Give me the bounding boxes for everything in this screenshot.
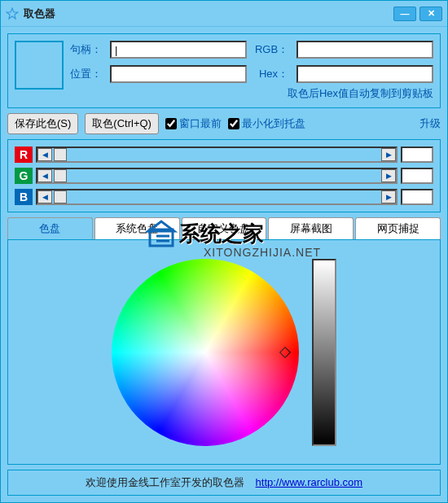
g-slider[interactable]: ◀ ▶	[36, 168, 397, 184]
app-icon	[6, 7, 19, 20]
handle-input[interactable]	[110, 41, 247, 59]
g-slider-left[interactable]: ◀	[37, 169, 52, 182]
pos-label: 位置：	[70, 67, 102, 81]
hint-text: 取色后Hex值自动复制到剪贴板	[70, 86, 433, 101]
r-slider-row: R ◀ ▶	[15, 147, 433, 163]
b-slider-left[interactable]: ◀	[37, 190, 52, 203]
tray-checkbox-input[interactable]	[228, 118, 239, 129]
g-value-input[interactable]	[401, 168, 433, 184]
b-slider-right[interactable]: ▶	[381, 190, 396, 203]
r-value-input[interactable]	[401, 147, 433, 163]
handle-label: 句柄：	[70, 42, 102, 57]
tray-checkbox[interactable]: 最小化到托盘	[228, 116, 305, 131]
r-slider-right[interactable]: ▶	[381, 148, 396, 161]
g-slider-row: G ◀ ▶	[15, 168, 433, 184]
titlebar[interactable]: 取色器 — ✕	[1, 1, 447, 27]
r-slider-thumb[interactable]	[54, 148, 67, 161]
rgb-input[interactable]	[296, 41, 433, 59]
pick-color-button[interactable]: 取色(Ctrl+Q)	[85, 113, 159, 134]
rgb-label: RGB：	[255, 42, 288, 57]
color-wheel[interactable]	[112, 259, 299, 446]
tab-wheel[interactable]: 色盘	[7, 217, 93, 239]
g-slider-right[interactable]: ▶	[381, 169, 396, 182]
close-button[interactable]: ✕	[419, 7, 442, 21]
footer-text: 欢迎使用金线工作室开发的取色器	[86, 476, 244, 488]
pos-input[interactable]	[110, 65, 247, 83]
wheel-panel	[7, 239, 441, 465]
g-tag: G	[15, 168, 33, 184]
b-tag: B	[15, 189, 33, 205]
color-swatch	[15, 41, 64, 90]
footer-link[interactable]: http://www.rarclub.com	[256, 476, 363, 488]
g-slider-thumb[interactable]	[54, 169, 67, 182]
tab-screenshot[interactable]: 屏幕截图	[268, 217, 354, 239]
r-slider-left[interactable]: ◀	[37, 148, 52, 161]
save-color-button[interactable]: 保存此色(S)	[7, 113, 78, 134]
wheel-picker-indicator[interactable]	[279, 347, 291, 358]
lightness-bar[interactable]	[312, 259, 336, 446]
minimize-button[interactable]: —	[393, 7, 416, 21]
b-slider[interactable]: ◀ ▶	[36, 189, 397, 205]
topmost-checkbox-input[interactable]	[165, 118, 177, 129]
svg-marker-0	[7, 8, 18, 19]
app-window: 取色器 — ✕ 句柄： RGB： 位置： Hex：	[0, 0, 448, 503]
info-group: 句柄： RGB： 位置： Hex： 取色后Hex值自动复制到剪贴板	[7, 33, 441, 108]
sliders-group: R ◀ ▶ G ◀ ▶ B	[7, 139, 441, 212]
toolbar-row: 保存此色(S) 取色(Ctrl+Q) 窗口最前 最小化到托盘 升级	[7, 113, 441, 134]
r-slider[interactable]: ◀ ▶	[36, 147, 397, 163]
b-slider-thumb[interactable]	[54, 190, 67, 203]
r-tag: R	[15, 147, 33, 163]
footer: 欢迎使用金线工作室开发的取色器 http://www.rarclub.com	[7, 470, 441, 496]
upgrade-link[interactable]: 升级	[419, 116, 441, 131]
hex-label: Hex：	[255, 67, 288, 81]
tabs: 色盘 系统色盘 自定义色盘 屏幕截图 网页捕捉	[7, 217, 441, 239]
topmost-checkbox[interactable]: 窗口最前	[165, 116, 222, 131]
tab-custom[interactable]: 自定义色盘	[182, 217, 267, 239]
window-title: 取色器	[24, 7, 390, 21]
b-slider-row: B ◀ ▶	[15, 189, 433, 205]
tab-webcapture[interactable]: 网页捕捉	[355, 217, 441, 239]
hex-input[interactable]	[296, 65, 433, 83]
b-value-input[interactable]	[401, 189, 433, 205]
tab-system[interactable]: 系统色盘	[94, 217, 180, 239]
